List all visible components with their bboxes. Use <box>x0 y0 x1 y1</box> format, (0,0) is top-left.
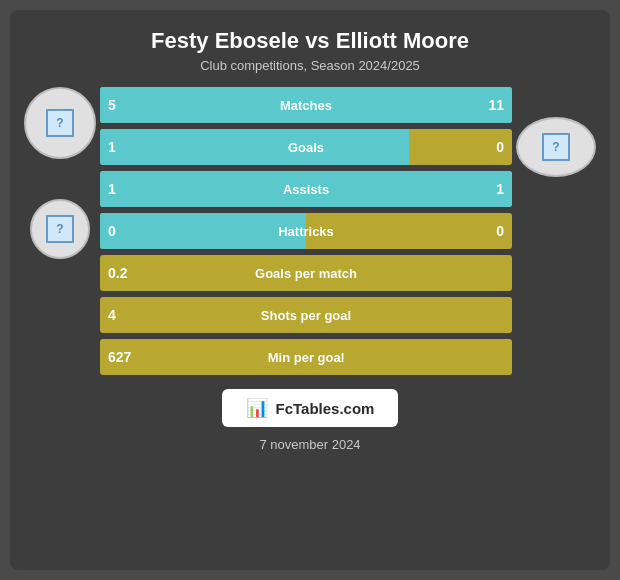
stat-row: 627Min per goal <box>100 339 512 375</box>
stat-val-left: 627 <box>108 349 131 365</box>
stat-label: Matches <box>280 98 332 113</box>
player1-placeholder-small: ? <box>46 215 74 243</box>
stat-val-left: 4 <box>108 307 116 323</box>
player2-avatar: ? <box>516 117 596 177</box>
stat-row: 4Shots per goal <box>100 297 512 333</box>
stat-row: 10Goals <box>100 129 512 165</box>
stat-label: Shots per goal <box>261 308 351 323</box>
left-avatars: ? ? <box>24 87 96 259</box>
stat-row: 0.2Goals per match <box>100 255 512 291</box>
stat-label: Hattricks <box>278 224 334 239</box>
watermark-icon: 📊 <box>246 397 268 419</box>
stat-row: 00Hattricks <box>100 213 512 249</box>
stat-row: 511Matches <box>100 87 512 123</box>
stat-label: Goals per match <box>255 266 357 281</box>
stat-label: Assists <box>283 182 329 197</box>
right-avatars: ? <box>516 87 596 177</box>
stat-val-left: 0 <box>108 223 116 239</box>
stats-area: ? ? 511Matches10Goals11Assists00Hattrick… <box>10 87 610 375</box>
page-subtitle: Club competitions, Season 2024/2025 <box>200 58 420 73</box>
watermark-text: FcTables.com <box>276 400 375 417</box>
stat-val-right: 1 <box>496 181 504 197</box>
stat-label: Goals <box>288 140 324 155</box>
stat-val-left: 5 <box>108 97 116 113</box>
stat-val-left: 1 <box>108 139 116 155</box>
player2-placeholder: ? <box>542 133 570 161</box>
page-title: Festy Ebosele vs Elliott Moore <box>151 28 469 54</box>
stat-row: 11Assists <box>100 171 512 207</box>
player1-avatar-large: ? <box>24 87 96 159</box>
stat-val-right: 0 <box>496 223 504 239</box>
player1-avatar-small: ? <box>30 199 90 259</box>
watermark: 📊 FcTables.com <box>222 389 399 427</box>
stat-label: Min per goal <box>268 350 345 365</box>
bars-area: 511Matches10Goals11Assists00Hattricks0.2… <box>96 87 516 375</box>
date-text: 7 november 2024 <box>259 437 360 452</box>
stat-val-left: 1 <box>108 181 116 197</box>
stat-val-left: 0.2 <box>108 265 127 281</box>
stat-val-right: 11 <box>488 97 504 113</box>
stat-val-right: 0 <box>496 139 504 155</box>
comparison-card: Festy Ebosele vs Elliott Moore Club comp… <box>10 10 610 570</box>
player1-placeholder: ? <box>46 109 74 137</box>
